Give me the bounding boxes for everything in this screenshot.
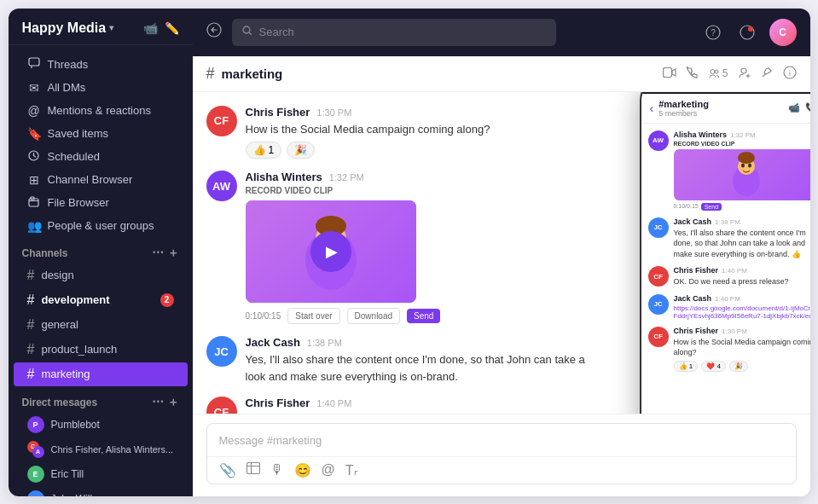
sidebar-item-threads[interactable]: Threads	[14, 53, 188, 76]
ph-time: 1:30 PM	[722, 327, 747, 335]
ph-msg-row: JC Jack Cash 1:38 PM Yes, I'll also shar…	[648, 217, 810, 260]
channels-add-icon[interactable]: ＋	[167, 246, 179, 261]
msg-time: 1:30 PM	[316, 107, 351, 118]
ph-reaction-party[interactable]: 🎉	[729, 361, 748, 372]
attach-icon[interactable]: 📎	[219, 462, 236, 478]
user-avatar[interactable]: C	[769, 19, 797, 46]
sidebar-header-icons: 📹 ✏️	[143, 21, 179, 35]
phone-screen: 9:41 ▲▲▲ WiFi 🔋 ‹ #marketing 5 members	[641, 92, 810, 414]
channel-header-right: 5 i	[663, 66, 797, 82]
mic-icon[interactable]: 🎙	[270, 462, 284, 478]
message-input-top	[207, 424, 796, 456]
ph-reaction-thumb[interactable]: 👍 1	[674, 361, 699, 372]
channels-actions: ⋯ ＋	[152, 246, 179, 261]
sidebar-channel-general[interactable]: # general	[14, 313, 188, 337]
search-input[interactable]	[259, 26, 546, 38]
add-member-icon[interactable]	[739, 67, 751, 81]
msg-author: Chris Fisher	[246, 397, 310, 409]
history-back-icon[interactable]	[206, 22, 222, 42]
compose-icon[interactable]: ✏️	[165, 21, 179, 35]
reaction-thumbs[interactable]: 👍 1	[246, 142, 282, 159]
search-box[interactable]	[232, 19, 556, 46]
dms-more-icon[interactable]: ⋯	[152, 395, 164, 410]
dm-chris-alisha[interactable]: C A Chris Fisher, Alisha Winters...	[14, 437, 188, 461]
ph-reaction-heart[interactable]: ❤️ 4	[701, 361, 726, 372]
sidebar-item-channel-browser[interactable]: ⊞ Channel Browser	[14, 169, 188, 191]
ph-avatar: AW	[648, 130, 669, 151]
saved-label: Saved items	[48, 127, 109, 140]
sidebar-channel-marketing[interactable]: # marketing	[14, 362, 188, 386]
reaction-party[interactable]: 🎉	[287, 142, 315, 159]
message-input[interactable]	[219, 434, 784, 447]
mentions-label: Mentions & reactions	[48, 104, 151, 117]
message-input-toolbar: 📎 🎙 😊 @ Tᵣ	[207, 456, 796, 484]
svg-text:?: ?	[711, 28, 716, 38]
notification-icon[interactable]	[735, 20, 759, 44]
ph-msg-row: AW Alisha Winters 1:32 PM RECORD VIDEO C…	[648, 130, 810, 211]
channels-more-icon[interactable]: ⋯	[152, 246, 164, 261]
sidebar-item-people[interactable]: 👥 People & user groups	[14, 215, 188, 237]
send-video-button[interactable]: Send	[407, 309, 440, 323]
ph-video-label: RECORD VIDEO CLIP	[674, 141, 810, 147]
phone-video-icon[interactable]: 📹	[788, 102, 800, 113]
pumblebot-avatar: P	[27, 416, 44, 433]
ph-send-btn[interactable]: Send	[701, 203, 722, 211]
msg-author: Jack Cash	[246, 336, 300, 349]
ph-time: 1:40 PM	[722, 267, 747, 275]
sidebar-item-saved[interactable]: 🔖 Saved items	[14, 123, 188, 145]
dm-eric[interactable]: E Eric Till	[14, 462, 188, 486]
sidebar-item-mentions[interactable]: @ Mentions & reactions	[14, 100, 188, 122]
john-avatar: J	[27, 490, 44, 496]
phone-mockup-container: 9:41 ▲▲▲ WiFi 🔋 ‹ #marketing 5 members	[614, 92, 810, 414]
table-icon[interactable]	[247, 462, 260, 478]
phone-icon[interactable]	[687, 67, 699, 81]
pumblebot-label: Pumblebot	[51, 419, 100, 431]
ph-text: Yes, I'll also share the content once I'…	[674, 228, 810, 260]
ph-time: 1:40 PM	[715, 295, 740, 303]
emoji-icon[interactable]: 😊	[294, 462, 311, 478]
download-button[interactable]: Download	[347, 308, 400, 324]
dm-john[interactable]: J John Will	[14, 487, 188, 496]
mention-icon[interactable]: @	[322, 462, 335, 478]
info-icon[interactable]: i	[783, 66, 797, 82]
reactions: 👍 1 🎉	[246, 142, 600, 159]
sidebar-item-all-dms[interactable]: ✉ All DMs	[14, 77, 188, 99]
sidebar-channel-development[interactable]: # development 2	[14, 288, 188, 312]
member-count: 5	[709, 67, 728, 79]
phone-header-icons: 📹 📞	[788, 102, 810, 113]
start-over-button[interactable]: Start over	[287, 308, 339, 324]
ph-link[interactable]: https://docs.google.com/document/d/1-ljM…	[674, 304, 810, 320]
eric-label: Eric Till	[51, 468, 84, 480]
phone-back-icon[interactable]: ‹	[650, 101, 654, 115]
channels-section-label: Channels	[22, 247, 68, 259]
msg-content: Alisha Winters 1:32 PM RECORD VIDEO CLIP	[246, 171, 600, 324]
people-label: People & user groups	[48, 219, 154, 232]
sidebar-channel-product-launch[interactable]: # product_launch	[14, 338, 188, 362]
msg-header: Alisha Winters 1:32 PM	[246, 171, 600, 183]
channel-browser-label: Channel Browser	[48, 173, 133, 186]
sidebar-item-file-browser[interactable]: File Browser	[14, 192, 188, 214]
video-call-icon[interactable]	[663, 67, 676, 80]
format-icon[interactable]: Tᵣ	[345, 462, 357, 478]
hash-icon-active: #	[27, 367, 35, 382]
dms-add-icon[interactable]: ＋	[167, 395, 179, 410]
file-browser-label: File Browser	[48, 196, 109, 209]
ph-time: 1:38 PM	[715, 218, 740, 226]
msg-header: Jack Cash 1:38 PM	[246, 336, 600, 349]
sidebar-item-scheduled[interactable]: Scheduled	[14, 146, 188, 168]
threads-label: Threads	[48, 58, 89, 71]
all-dms-label: All DMs	[48, 81, 86, 94]
svg-text:i: i	[789, 69, 791, 78]
ph-text: OK. Do we need a press release?	[674, 276, 810, 287]
ph-msg-row: CF Chris Fisher 1:30 PM How is the Socia…	[648, 327, 810, 372]
dm-pumblebot[interactable]: P Pumblebot	[14, 413, 188, 437]
hash-icon: #	[27, 268, 35, 283]
workspace-name[interactable]: Happy Media ▾	[22, 20, 114, 36]
sidebar-channel-design[interactable]: # design	[14, 264, 188, 287]
video-play-button[interactable]: ▶	[310, 231, 351, 272]
pin-icon[interactable]	[761, 67, 773, 81]
help-icon[interactable]: ?	[701, 20, 725, 44]
video-icon[interactable]: 📹	[143, 21, 158, 35]
phone-call-icon[interactable]: 📞	[805, 102, 810, 113]
msg-header: Chris Fisher 1:40 PM	[246, 397, 600, 409]
